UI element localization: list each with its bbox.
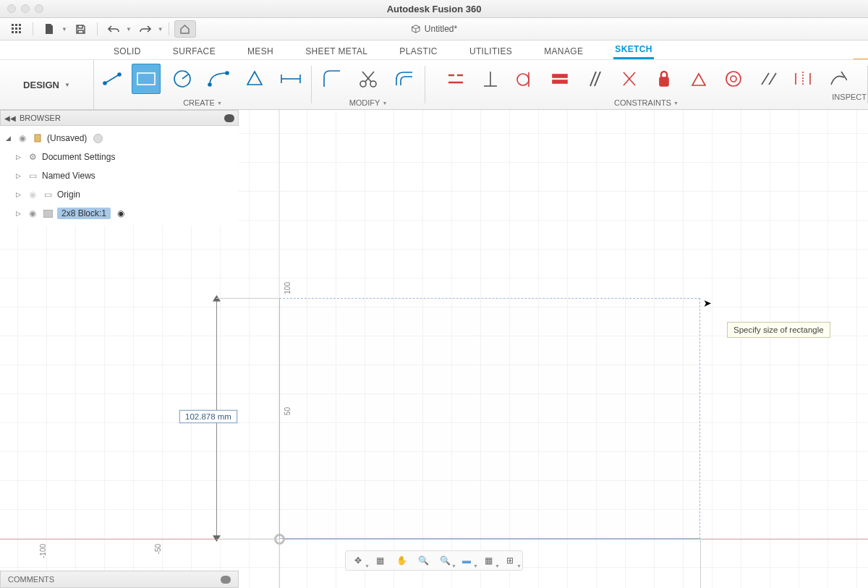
arrow-down-icon bbox=[213, 534, 221, 542]
concentric-constraint-icon[interactable] bbox=[721, 64, 746, 94]
dimension-tool-icon[interactable] bbox=[276, 64, 305, 94]
tab-plastic[interactable]: PLASTIC bbox=[398, 43, 439, 59]
close-window-icon[interactable] bbox=[7, 4, 16, 13]
offset-tool-icon[interactable] bbox=[390, 64, 419, 94]
visibility-icon[interactable]: ◉ bbox=[27, 208, 38, 218]
minimize-window-icon[interactable] bbox=[21, 4, 30, 13]
browser-header[interactable]: ◀◀ BROWSER bbox=[0, 110, 239, 126]
new-file-icon[interactable] bbox=[38, 20, 60, 38]
symmetry-constraint-icon[interactable] bbox=[791, 64, 815, 94]
create-group-label[interactable]: CREATE bbox=[183, 97, 222, 109]
constraints-group-label[interactable]: CONSTRAINTS bbox=[614, 97, 678, 109]
orbit-icon[interactable]: ✥▼ bbox=[350, 553, 366, 568]
tab-sketch[interactable]: SKETCH bbox=[613, 41, 654, 59]
undo-dropdown[interactable]: ▼ bbox=[126, 26, 132, 33]
titlebar: Autodesk Fusion 360 bbox=[0, 0, 868, 18]
axis-label: -50 bbox=[154, 544, 162, 554]
svg-rect-8 bbox=[19, 31, 21, 33]
cube-icon bbox=[411, 24, 421, 34]
curvature-constraint-icon[interactable] bbox=[825, 64, 850, 94]
comments-label: COMMENTS bbox=[8, 575, 54, 584]
collapse-icon[interactable] bbox=[224, 114, 234, 122]
svg-rect-1 bbox=[15, 24, 17, 26]
svg-rect-47 bbox=[43, 210, 53, 218]
zoom-icon[interactable]: 🔍 bbox=[415, 553, 431, 568]
tab-solid[interactable]: SOLID bbox=[112, 43, 142, 59]
height-dimension-input[interactable]: 102.878 mm bbox=[179, 410, 237, 423]
undo-icon[interactable] bbox=[103, 20, 124, 38]
zoom-window-icon[interactable]: 🔍▼ bbox=[437, 553, 453, 568]
arrow-up-icon bbox=[213, 295, 221, 303]
tab-utilities[interactable]: UTILITIES bbox=[468, 43, 514, 59]
new-file-dropdown[interactable]: ▼ bbox=[61, 26, 67, 33]
rectangle-tool-icon[interactable] bbox=[132, 64, 161, 94]
radio-icon[interactable]: ◉ bbox=[117, 208, 124, 218]
trim-tool-icon[interactable] bbox=[354, 64, 383, 94]
tangent-constraint-icon[interactable] bbox=[513, 64, 537, 94]
tab-manage[interactable]: MANAGE bbox=[542, 43, 584, 59]
tree-item-component[interactable]: ▷ ◉ 2x8 Block:1 ◉ bbox=[0, 204, 239, 223]
create-group: CREATE bbox=[94, 60, 311, 109]
redo-icon[interactable] bbox=[135, 20, 156, 38]
home-icon[interactable] bbox=[174, 20, 196, 38]
status-icon[interactable] bbox=[93, 134, 103, 143]
origin-point-icon[interactable] bbox=[274, 534, 285, 545]
viewport-icon[interactable]: ⊞▼ bbox=[502, 553, 518, 568]
tooltip: Specify size of rectangle bbox=[727, 322, 830, 338]
tree-root[interactable]: ◢ ◉ (Unsaved) bbox=[0, 129, 239, 148]
workspace-selector[interactable]: DESIGN bbox=[0, 60, 94, 109]
svg-rect-31 bbox=[553, 74, 567, 77]
coincident-constraint-icon[interactable] bbox=[617, 64, 642, 94]
inspect-group-label[interactable]: INSPECT bbox=[832, 93, 867, 101]
line-tool-icon[interactable] bbox=[100, 64, 124, 94]
pan-icon[interactable]: ✋ bbox=[393, 553, 409, 568]
comments-panel[interactable]: COMMENTS bbox=[0, 571, 239, 588]
modify-group-label[interactable]: MODIFY bbox=[349, 97, 388, 109]
window-controls[interactable] bbox=[7, 4, 43, 13]
folder-icon: ▭ bbox=[42, 189, 54, 200]
equal-constraint-icon[interactable] bbox=[548, 64, 572, 94]
svg-rect-0 bbox=[12, 24, 14, 26]
svg-point-15 bbox=[208, 83, 211, 86]
svg-rect-2 bbox=[19, 24, 21, 26]
axis-label: 100 bbox=[284, 282, 292, 294]
svg-line-45 bbox=[841, 72, 847, 80]
visibility-icon[interactable]: ◉ bbox=[27, 189, 38, 200]
expand-icon[interactable] bbox=[221, 576, 231, 584]
svg-point-16 bbox=[226, 72, 229, 74]
redo-dropdown[interactable]: ▼ bbox=[158, 26, 163, 33]
tree-item-origin[interactable]: ▷ ◉ ▭ Origin bbox=[0, 185, 239, 204]
tree-item-settings[interactable]: ▷ ⚙ Document Settings bbox=[0, 148, 239, 166]
collinear-constraint-icon[interactable] bbox=[756, 64, 780, 94]
parallel-constraint-icon[interactable] bbox=[582, 64, 607, 94]
fix-constraint-icon[interactable] bbox=[652, 64, 676, 94]
display-settings-icon[interactable]: ▬▼ bbox=[459, 553, 475, 568]
save-icon[interactable] bbox=[70, 20, 92, 38]
perpendicular-constraint-icon[interactable] bbox=[478, 64, 503, 94]
polygon-tool-icon[interactable] bbox=[240, 64, 269, 94]
grid-settings-icon[interactable]: ▦▼ bbox=[480, 553, 496, 568]
maximize-window-icon[interactable] bbox=[35, 4, 43, 13]
fillet-tool-icon[interactable] bbox=[318, 64, 346, 94]
visibility-icon[interactable]: ◉ bbox=[17, 133, 28, 143]
document-tab[interactable]: Untitled* bbox=[411, 24, 457, 34]
sketch-rectangle[interactable] bbox=[279, 298, 700, 539]
tab-sheet-metal[interactable]: SHEET METAL bbox=[304, 43, 369, 59]
apps-grid-icon[interactable] bbox=[6, 20, 27, 38]
svg-rect-12 bbox=[137, 73, 155, 85]
tab-surface[interactable]: SURFACE bbox=[171, 43, 217, 59]
circle-tool-icon[interactable] bbox=[168, 64, 197, 94]
arc-tool-icon[interactable] bbox=[204, 64, 233, 94]
svg-point-29 bbox=[517, 74, 529, 85]
svg-point-21 bbox=[370, 81, 376, 87]
svg-point-38 bbox=[726, 72, 741, 86]
x-axis bbox=[0, 539, 868, 540]
tab-mesh[interactable]: MESH bbox=[246, 43, 275, 59]
midpoint-constraint-icon[interactable] bbox=[686, 64, 711, 94]
svg-line-11 bbox=[105, 74, 119, 83]
horizontal-constraint-icon[interactable] bbox=[443, 64, 468, 94]
component-icon bbox=[32, 133, 43, 143]
tree-item-views[interactable]: ▷ ▭ Named Views bbox=[0, 166, 239, 185]
document-name: Untitled* bbox=[425, 24, 457, 34]
look-at-icon[interactable]: ▦ bbox=[372, 553, 388, 568]
